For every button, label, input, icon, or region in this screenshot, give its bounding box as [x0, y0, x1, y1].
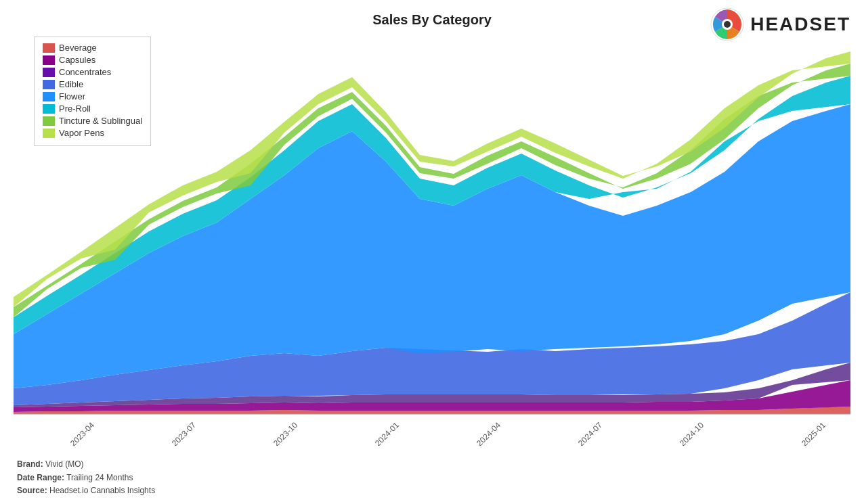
x-label-2024-04: 2024-04: [475, 420, 502, 446]
page-container: Sales By Category HEADSET Bever: [0, 0, 864, 504]
legend-label-vaporpens: Vapor Pens: [59, 128, 104, 138]
chart-area: Beverage Capsules Concentrates Edible Fl…: [14, 33, 850, 446]
legend-label-concentrates: Concentrates: [59, 67, 111, 77]
x-label-2025-01: 2025-01: [800, 420, 827, 446]
legend-item-capsules: Capsules: [43, 55, 142, 65]
chart-header: Sales By Category HEADSET: [0, 0, 864, 33]
footer-date-range-label: Date Range:: [17, 473, 64, 482]
x-label-2023-04: 2023-04: [68, 420, 96, 446]
legend-item-flower: Flower: [43, 91, 142, 101]
logo-text: HEADSET: [750, 14, 850, 35]
legend-swatch-edible: [43, 80, 55, 89]
legend-label-edible: Edible: [59, 79, 83, 89]
svg-point-2: [724, 21, 731, 28]
footer-brand: Brand: Vivid (MO): [17, 458, 155, 471]
legend-swatch-vaporpens: [43, 129, 55, 138]
legend-swatch-tincture: [43, 116, 55, 126]
x-label-2024-01: 2024-01: [373, 420, 401, 446]
legend-swatch-flower: [43, 92, 55, 101]
legend-swatch-concentrates: [43, 68, 55, 77]
chart-title: Sales By Category: [372, 12, 492, 28]
footer-source-value: Headset.io Cannabis Insights: [49, 486, 155, 495]
x-label-2024-07: 2024-07: [576, 420, 604, 446]
footer-brand-label: Brand:: [17, 459, 43, 469]
legend-item-tincture: Tincture & Sublingual: [43, 116, 142, 126]
x-label-2024-10: 2024-10: [678, 420, 706, 446]
legend-label-beverage: Beverage: [59, 43, 97, 53]
legend-swatch-beverage: [43, 43, 55, 53]
legend-item-edible: Edible: [43, 79, 142, 89]
footer-source: Source: Headset.io Cannabis Insights: [17, 484, 155, 497]
footer-date-range: Date Range: Trailing 24 Months: [17, 472, 155, 484]
x-label-2023-07: 2023-07: [170, 420, 198, 446]
legend-item-beverage: Beverage: [43, 43, 142, 53]
x-label-2023-10: 2023-10: [272, 420, 299, 446]
legend-swatch-capsules: [43, 55, 55, 65]
chart-legend: Beverage Capsules Concentrates Edible Fl…: [34, 37, 151, 146]
legend-label-flower: Flower: [59, 91, 85, 101]
chart-footer: Brand: Vivid (MO) Date Range: Trailing 2…: [17, 458, 155, 497]
legend-item-preroll: Pre-Roll: [43, 104, 142, 114]
legend-item-concentrates: Concentrates: [43, 67, 142, 77]
legend-item-vaporpens: Vapor Pens: [43, 128, 142, 138]
footer-date-range-value: Trailing 24 Months: [66, 473, 133, 482]
footer-source-label: Source:: [17, 486, 47, 495]
legend-label-preroll: Pre-Roll: [59, 104, 91, 114]
legend-label-tincture: Tincture & Sublingual: [59, 116, 142, 126]
legend-label-capsules: Capsules: [59, 55, 95, 65]
legend-swatch-preroll: [43, 104, 55, 114]
footer-brand-value: Vivid (MO): [45, 459, 83, 469]
